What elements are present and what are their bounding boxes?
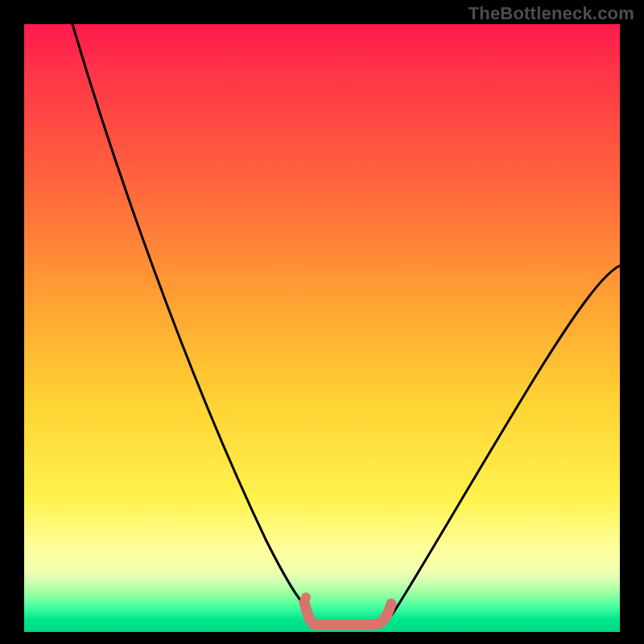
- right-curve: [391, 266, 620, 616]
- left-curve: [72, 24, 312, 616]
- chart-frame: TheBottleneck.com: [0, 0, 644, 644]
- watermark-text: TheBottleneck.com: [469, 3, 634, 24]
- squiggle-dot: [301, 592, 311, 602]
- chart-overlay-svg: [24, 24, 620, 632]
- bottom-squiggle: [304, 602, 391, 625]
